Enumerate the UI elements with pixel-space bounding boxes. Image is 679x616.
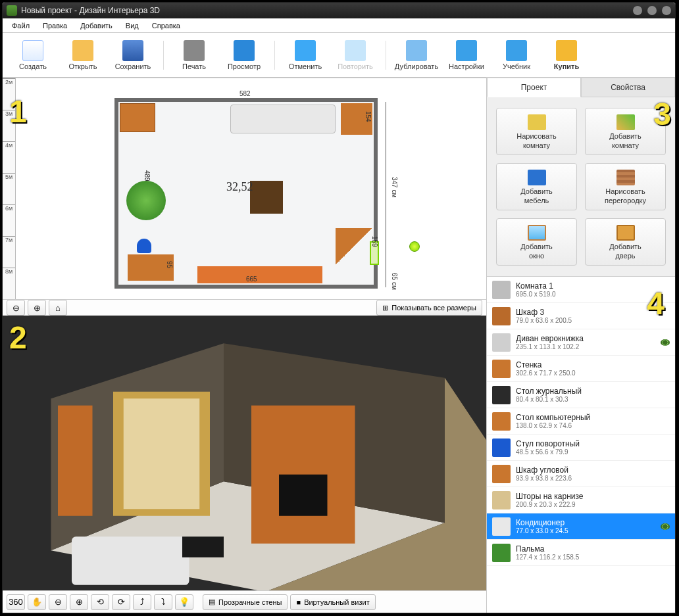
item-name: Диван еврокнижка — [516, 334, 658, 343]
scene-item[interactable]: Кондиционер 77.0 x 33.0 x 24.5 — [487, 513, 675, 540]
menu-add[interactable]: Добавить — [74, 20, 119, 32]
tilt-down-button[interactable]: ⤵ — [154, 594, 172, 610]
camera-icon: ■ — [296, 598, 301, 606]
menu-view[interactable]: Вид — [119, 20, 145, 32]
virtual-visit-button[interactable]: ■Виртуальный визит — [290, 594, 375, 610]
add-door-button[interactable]: Добавить дверь — [585, 218, 666, 266]
scene-item[interactable]: Комната 1 695.0 x 519.0 — [487, 277, 675, 303]
floppy-icon — [122, 40, 143, 61]
tab-properties[interactable]: Свойства — [581, 78, 675, 97]
scene-item[interactable]: Диван еврокнижка 235.1 x 113.1 x 102.2 — [487, 329, 675, 356]
menu-edit[interactable]: Правка — [36, 20, 74, 32]
right-panel: Проект Свойства 3 Нарисовать комнату Доб… — [487, 78, 675, 613]
dim-right: 347 см — [391, 177, 398, 197]
settings-button[interactable]: Настройки — [443, 36, 490, 75]
add-furniture-button[interactable]: Добавить мебель — [496, 163, 577, 210]
item-dims: 200.9 x 20.3 x 222.9 — [516, 501, 670, 508]
redo-button[interactable]: Повторить — [332, 36, 379, 75]
titlebar: Новый проект - Дизайн Интерьера 3D — [3, 3, 675, 18]
plan-palm[interactable] — [126, 181, 166, 220]
preview-button[interactable]: Просмотр — [220, 36, 268, 75]
scene-item[interactable]: Шкаф угловой 93.9 x 93.8 x 223.6 — [487, 461, 675, 487]
tutorial-button[interactable]: Учебник — [493, 36, 540, 75]
item-thumb — [492, 307, 511, 325]
menu-file[interactable]: Файл — [5, 20, 36, 32]
minimize-button[interactable] — [633, 6, 642, 15]
scene-item[interactable]: Стул поворотный 48.5 x 56.6 x 79.9 — [487, 435, 675, 461]
cart-icon — [556, 40, 577, 61]
create-button[interactable]: Создать — [9, 36, 57, 75]
scene-item[interactable]: Стенка 302.6 x 71.7 x 250.0 — [487, 356, 675, 382]
item-thumb — [492, 333, 511, 352]
print-button[interactable]: Печать — [170, 36, 218, 75]
dim-left-small: 95 — [166, 261, 173, 268]
lighting-button[interactable]: 💡 — [175, 594, 193, 610]
item-dims: 302.6 x 71.7 x 250.0 — [516, 369, 670, 377]
ruler-tick: 4м — [3, 141, 15, 173]
redo-icon — [345, 40, 366, 61]
plan-corner-wardrobe-2[interactable] — [336, 228, 372, 265]
zoom-in-3d-button[interactable]: ⊕ — [70, 594, 88, 610]
item-name: Пальма — [516, 544, 670, 554]
buy-button[interactable]: Купить — [543, 36, 590, 75]
plan-canvas[interactable]: 582 347 см 154 665 95 489 159 65 см 32,5… — [16, 78, 486, 299]
draw-room-button[interactable]: Нарисовать комнату — [496, 108, 577, 155]
scene-item[interactable]: Шкаф 3 79.0 x 63.6 x 200.5 — [487, 303, 675, 329]
item-thumb — [492, 517, 511, 536]
duplicate-button[interactable]: Дублировать — [393, 36, 440, 75]
add-room-button[interactable]: Добавить комнату — [585, 108, 666, 155]
svg-rect-7 — [279, 475, 328, 516]
duplicate-icon — [406, 40, 427, 61]
project-actions-grid: Нарисовать комнату Добавить комнату Доба… — [487, 97, 675, 276]
item-dims: 127.4 x 116.2 x 158.5 — [516, 554, 670, 561]
monitor-icon — [234, 40, 255, 61]
maximize-button[interactable] — [647, 6, 657, 15]
zoom-out-3d-button[interactable]: ⊖ — [49, 594, 67, 610]
window-icon — [528, 225, 546, 241]
open-button[interactable]: Открыть — [59, 36, 107, 75]
zoom-in-button[interactable]: ⊕ — [28, 300, 46, 316]
scene-item[interactable]: Стол журнальный 80.4 x 80.1 x 30.3 — [487, 382, 675, 408]
plan-sofa[interactable] — [230, 105, 336, 133]
dim-bottom: 665 — [246, 275, 257, 283]
scene-list[interactable]: Комната 1 695.0 x 519.0 Шкаф 3 79.0 x 63… — [487, 276, 675, 613]
item-name: Шторы на карнизе — [516, 492, 670, 501]
menu-help[interactable]: Справка — [145, 20, 187, 32]
plan-wardrobe[interactable] — [120, 103, 155, 132]
visibility-eye-icon[interactable] — [661, 339, 670, 346]
transparent-walls-button[interactable]: ▤Прозрачные стены — [203, 594, 288, 610]
pan-button[interactable]: ✋ — [28, 594, 46, 610]
visibility-eye-icon[interactable] — [661, 523, 670, 530]
home-button[interactable]: ⌂ — [49, 300, 67, 316]
zoom-out-button[interactable]: ⊖ — [7, 300, 25, 316]
new-icon — [22, 40, 43, 61]
scene-item[interactable]: Пальма 127.4 x 116.2 x 158.5 — [487, 540, 675, 566]
undo-button[interactable]: Отменить — [282, 36, 329, 75]
item-dims: 48.5 x 56.6 x 79.9 — [516, 448, 670, 456]
rotate-left-button[interactable]: ⟲ — [91, 594, 109, 610]
scene-item[interactable]: Шторы на карнизе 200.9 x 20.3 x 222.9 — [487, 487, 675, 513]
selection-handle[interactable] — [409, 241, 420, 252]
tab-project[interactable]: Проект — [487, 78, 581, 97]
scene-item[interactable]: Стол компьютерный 138.0 x 62.9 x 74.6 — [487, 408, 675, 435]
rotate360-button[interactable]: 360 — [7, 594, 25, 610]
item-name: Шкаф 3 — [516, 308, 670, 317]
save-button[interactable]: Сохранить — [109, 36, 157, 75]
plan-coffee-table[interactable] — [250, 181, 283, 214]
show-all-sizes-button[interactable]: ⊞Показывать все размеры — [376, 300, 482, 316]
tilt-up-button[interactable]: ⤴ — [133, 594, 151, 610]
dim-plant: 489 — [143, 170, 151, 181]
add-window-button[interactable]: Добавить окно — [496, 218, 577, 266]
rotate-right-button[interactable]: ⟳ — [112, 594, 130, 610]
close-button[interactable] — [662, 6, 671, 15]
view-3d-area[interactable]: 2 — [3, 316, 486, 613]
view3d-stage[interactable] — [3, 316, 486, 613]
plan-chair[interactable] — [137, 239, 151, 253]
draw-partition-button[interactable]: Нарисовать перегородку — [585, 163, 666, 210]
toolbar: Создать Открыть Сохранить Печать Просмот… — [3, 33, 675, 78]
plan-2d-area[interactable]: 1 м3м4м5м6м7м8м9м10м11м12м13м14м 2м3м4м5… — [3, 78, 486, 316]
add-room-icon — [616, 114, 635, 130]
plan-wall-unit[interactable] — [197, 266, 322, 283]
item-thumb — [492, 544, 511, 562]
item-thumb — [492, 465, 511, 483]
